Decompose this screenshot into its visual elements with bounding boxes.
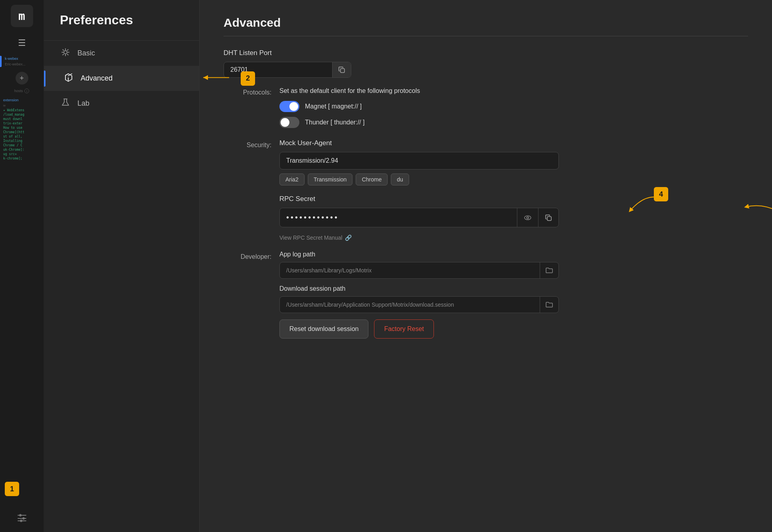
- download-session-folder-button[interactable]: [540, 297, 558, 313]
- logo-text: m: [18, 10, 25, 23]
- rpc-copy-button[interactable]: [538, 208, 558, 227]
- link-icon: 🔗: [345, 234, 352, 241]
- dht-section: DHT Listen Port: [224, 49, 748, 78]
- sidebar-code5: How to use: [0, 126, 44, 130]
- app-log-folder-button[interactable]: [540, 262, 558, 278]
- developer-label-text: Developer:: [224, 251, 271, 260]
- protocols-section: Protocols: Set as the default client for…: [224, 87, 748, 133]
- svg-point-6: [64, 51, 67, 54]
- ua-chip-chrome[interactable]: Chrome: [356, 173, 388, 185]
- download-session-title: Download session path: [279, 285, 748, 292]
- magnet-toggle[interactable]: [279, 101, 299, 112]
- nav-basic-label: Basic: [77, 49, 95, 57]
- svg-point-1: [19, 514, 22, 516]
- nav-sidebar: Preferences Basic Advanced: [44, 0, 200, 532]
- app-log-title: App log path: [279, 251, 748, 258]
- ua-chip-aria2[interactable]: Aria2: [279, 173, 305, 185]
- app-log-path-input[interactable]: [280, 262, 540, 278]
- download-session-path-input[interactable]: [280, 297, 540, 313]
- rpc-secret-input[interactable]: [280, 208, 517, 227]
- annotation-badge-1: 1: [5, 482, 19, 496]
- advanced-title: Advanced: [224, 16, 748, 36]
- sidebar-tab-webex[interactable]: k-webex: [0, 56, 44, 61]
- dht-label: DHT Listen Port: [224, 49, 748, 57]
- nav-advanced-label: Advanced: [81, 74, 113, 83]
- developer-section: Developer: App log path Download session…: [224, 251, 748, 339]
- mock-ua-input[interactable]: [279, 152, 559, 169]
- sidebar-code7: st of all,: [0, 134, 44, 139]
- svg-rect-11: [547, 217, 551, 221]
- reset-download-session-button[interactable]: Reset download session: [279, 319, 368, 339]
- action-buttons: Reset download session Factory Reset: [279, 319, 748, 339]
- nav-item-advanced[interactable]: Advanced 2: [44, 66, 199, 91]
- ua-chip-transmission[interactable]: Transmission: [308, 173, 353, 185]
- sidebar-code4: trix-exter: [0, 121, 44, 126]
- browser-sidebar: m ☰ k-webex Eric-webex... + hosts i exte…: [0, 0, 44, 532]
- svg-point-10: [527, 217, 529, 219]
- basic-icon: [60, 48, 71, 59]
- sidebar-code9: Chrome / C: [0, 143, 44, 148]
- svg-point-3: [22, 517, 25, 520]
- sidebar-code11: ug src=: [0, 152, 44, 156]
- sidebar-code2: /load_manag: [0, 112, 44, 117]
- download-session-path-group: [279, 296, 559, 313]
- nav-lab-label: Lab: [77, 99, 89, 108]
- sidebar-code10: uk-Chrome]:: [0, 148, 44, 152]
- protocols-label-text: Protocols:: [224, 87, 271, 96]
- preferences-title: Preferences: [44, 0, 199, 41]
- rpc-secret-title: RPC Secret: [279, 195, 748, 203]
- annotation-4-group: 4: [654, 187, 668, 201]
- sidebar-code3: must downl: [0, 117, 44, 121]
- ua-chips-container: Aria2 Transmission Chrome du: [279, 173, 748, 185]
- app-logo: m: [11, 5, 33, 27]
- bottom-settings-area: 1: [0, 506, 44, 532]
- dht-port-input[interactable]: [224, 62, 332, 77]
- annotation-badge-2: 2: [241, 71, 255, 86]
- sidebar-code8: Installing: [0, 139, 44, 143]
- hosts-item[interactable]: hosts i: [11, 88, 33, 94]
- nav-item-basic[interactable]: Basic: [44, 41, 199, 66]
- nav-item-lab[interactable]: Lab: [44, 91, 199, 116]
- extension-item[interactable]: extension: [0, 97, 44, 103]
- dht-copy-button[interactable]: [332, 62, 351, 77]
- sidebar-tab-webex-sub: Eric-webex...: [0, 61, 44, 67]
- svg-point-5: [20, 520, 22, 522]
- thunder-toggle[interactable]: [279, 117, 299, 128]
- sidebar-ie: ie: [0, 103, 44, 108]
- settings-container: Preferences Basic Advanced: [44, 0, 772, 532]
- rpc-annotation-area: 4: [654, 187, 668, 201]
- security-label-text: Security:: [224, 139, 271, 149]
- sidebar-code12: k-chrome];: [0, 156, 44, 161]
- add-tab-button[interactable]: +: [16, 72, 28, 85]
- rpc-manual-link[interactable]: View RPC Secret Manual 🔗: [279, 234, 352, 241]
- magnet-toggle-row: Magnet [ magnet:// ]: [279, 101, 748, 112]
- menu-icon[interactable]: ☰: [12, 33, 32, 53]
- magnet-label: Magnet [ magnet:// ]: [305, 103, 362, 110]
- rpc-input-group: [279, 208, 559, 227]
- annotation-arrow-2: [199, 69, 231, 87]
- ua-chip-du[interactable]: du: [391, 173, 409, 185]
- security-section: Security: Mock User-Agent Aria2 Transmis…: [224, 139, 748, 185]
- thunder-label: Thunder [ thunder:// ]: [305, 119, 364, 126]
- sidebar-code6: Chrome](htt: [0, 130, 44, 134]
- sidebar-code1: ✦ WebExtens: [0, 108, 44, 112]
- svg-rect-8: [340, 69, 344, 73]
- thunder-toggle-row: Thunder [ thunder:// ]: [279, 117, 748, 128]
- rpc-show-button[interactable]: [517, 208, 538, 227]
- factory-reset-button[interactable]: Factory Reset: [374, 319, 434, 339]
- mock-ua-title: Mock User-Agent: [279, 139, 748, 147]
- svg-point-9: [525, 216, 531, 220]
- rpc-section: RPC Secret: [224, 195, 748, 241]
- bottom-settings-icon[interactable]: [16, 512, 28, 526]
- protocols-description: Set as the default client for the follow…: [279, 87, 748, 95]
- lab-icon: [60, 98, 71, 109]
- app-log-path-group: [279, 262, 559, 279]
- advanced-icon: [63, 73, 74, 84]
- main-content: Advanced DHT Listen Port Prot: [200, 0, 772, 532]
